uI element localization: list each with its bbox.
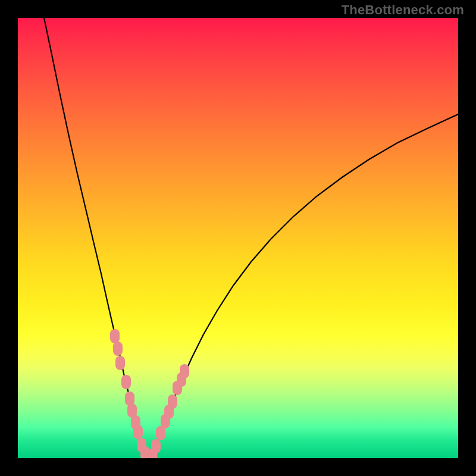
markers-right xyxy=(148,364,189,458)
right-curve xyxy=(149,114,458,458)
data-marker xyxy=(151,439,161,453)
chart-container: TheBottleneck.com xyxy=(0,0,476,476)
data-marker xyxy=(133,425,143,439)
left-curve xyxy=(44,18,149,458)
data-marker xyxy=(121,375,131,389)
curve-group xyxy=(44,18,458,458)
data-marker xyxy=(168,394,177,409)
data-marker xyxy=(110,329,120,343)
plot-area xyxy=(18,18,458,458)
data-marker xyxy=(115,356,125,370)
markers-left xyxy=(110,329,154,458)
chart-svg xyxy=(18,18,458,458)
data-marker xyxy=(113,342,123,356)
data-marker xyxy=(180,364,189,378)
watermark-text: TheBottleneck.com xyxy=(342,2,464,18)
